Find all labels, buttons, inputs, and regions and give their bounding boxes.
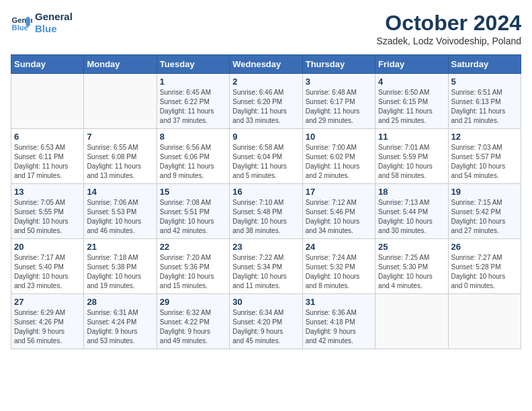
day-detail: Sunrise: 6:31 AM Sunset: 4:24 PM Dayligh…: [87, 308, 153, 346]
weekday-header-sunday: Sunday: [11, 55, 84, 74]
calendar-cell: 18Sunrise: 7:13 AM Sunset: 5:44 PM Dayli…: [375, 184, 448, 239]
calendar-cell: 1Sunrise: 6:45 AM Sunset: 6:22 PM Daylig…: [157, 74, 229, 129]
calendar-cell: [84, 74, 157, 129]
week-row-3: 13Sunrise: 7:05 AM Sunset: 5:55 PM Dayli…: [11, 184, 521, 239]
day-detail: Sunrise: 7:17 AM Sunset: 5:40 PM Dayligh…: [14, 253, 81, 291]
day-detail: Sunrise: 7:03 AM Sunset: 5:57 PM Dayligh…: [451, 143, 518, 181]
calendar-cell: 16Sunrise: 7:10 AM Sunset: 5:48 PM Dayli…: [230, 184, 302, 239]
day-number: 20: [14, 242, 81, 252]
calendar-cell: 4Sunrise: 6:50 AM Sunset: 6:15 PM Daylig…: [375, 74, 448, 129]
calendar-cell: 27Sunrise: 6:29 AM Sunset: 4:26 PM Dayli…: [11, 294, 84, 349]
day-number: 2: [232, 77, 299, 87]
day-detail: Sunrise: 6:45 AM Sunset: 6:22 PM Dayligh…: [160, 88, 226, 126]
logo: General Blue General Blue: [11, 11, 73, 35]
month-title: October 2024: [376, 11, 521, 36]
calendar-cell: 22Sunrise: 7:20 AM Sunset: 5:36 PM Dayli…: [157, 239, 229, 294]
day-number: 11: [378, 132, 445, 142]
calendar-cell: [375, 294, 448, 349]
logo-line1: General: [35, 11, 73, 23]
day-detail: Sunrise: 6:58 AM Sunset: 6:04 PM Dayligh…: [232, 143, 299, 181]
calendar-cell: 20Sunrise: 7:17 AM Sunset: 5:40 PM Dayli…: [11, 239, 84, 294]
day-detail: Sunrise: 7:18 AM Sunset: 5:38 PM Dayligh…: [87, 253, 153, 291]
calendar-cell: 31Sunrise: 6:36 AM Sunset: 4:18 PM Dayli…: [302, 294, 375, 349]
calendar-cell: 5Sunrise: 6:51 AM Sunset: 6:13 PM Daylig…: [448, 74, 521, 129]
day-number: 24: [306, 242, 372, 252]
weekday-header-wednesday: Wednesday: [230, 55, 302, 74]
day-number: 26: [451, 242, 518, 252]
calendar-cell: 6Sunrise: 6:53 AM Sunset: 6:11 PM Daylig…: [11, 129, 84, 184]
logo-line2: Blue: [35, 23, 73, 35]
day-detail: Sunrise: 6:56 AM Sunset: 6:06 PM Dayligh…: [160, 143, 226, 181]
calendar-cell: 21Sunrise: 7:18 AM Sunset: 5:38 PM Dayli…: [84, 239, 157, 294]
location-subtitle: Szadek, Lodz Voivodeship, Poland: [376, 36, 521, 46]
calendar-cell: 12Sunrise: 7:03 AM Sunset: 5:57 PM Dayli…: [448, 129, 521, 184]
day-detail: Sunrise: 7:20 AM Sunset: 5:36 PM Dayligh…: [160, 253, 226, 291]
day-number: 8: [160, 132, 226, 142]
calendar-cell: 8Sunrise: 6:56 AM Sunset: 6:06 PM Daylig…: [157, 129, 229, 184]
day-number: 15: [160, 187, 226, 197]
day-detail: Sunrise: 7:06 AM Sunset: 5:53 PM Dayligh…: [87, 198, 153, 236]
day-detail: Sunrise: 7:24 AM Sunset: 5:32 PM Dayligh…: [306, 253, 372, 291]
day-number: 29: [160, 297, 226, 307]
day-detail: Sunrise: 6:29 AM Sunset: 4:26 PM Dayligh…: [14, 308, 81, 346]
day-number: 28: [87, 297, 153, 307]
week-row-5: 27Sunrise: 6:29 AM Sunset: 4:26 PM Dayli…: [11, 294, 521, 349]
calendar-cell: 19Sunrise: 7:15 AM Sunset: 5:42 PM Dayli…: [448, 184, 521, 239]
day-number: 25: [378, 242, 445, 252]
day-number: 27: [14, 297, 81, 307]
day-detail: Sunrise: 7:08 AM Sunset: 5:51 PM Dayligh…: [160, 198, 226, 236]
day-number: 21: [87, 242, 153, 252]
day-detail: Sunrise: 7:13 AM Sunset: 5:44 PM Dayligh…: [378, 198, 445, 236]
day-number: 30: [232, 297, 299, 307]
calendar-cell: 7Sunrise: 6:55 AM Sunset: 6:08 PM Daylig…: [84, 129, 157, 184]
day-number: 19: [451, 187, 518, 197]
weekday-header-row: SundayMondayTuesdayWednesdayThursdayFrid…: [11, 55, 521, 74]
day-detail: Sunrise: 6:46 AM Sunset: 6:20 PM Dayligh…: [232, 88, 299, 126]
calendar-cell: 9Sunrise: 6:58 AM Sunset: 6:04 PM Daylig…: [230, 129, 302, 184]
day-detail: Sunrise: 7:27 AM Sunset: 5:28 PM Dayligh…: [451, 253, 518, 291]
calendar-cell: 15Sunrise: 7:08 AM Sunset: 5:51 PM Dayli…: [157, 184, 229, 239]
calendar-cell: 10Sunrise: 7:00 AM Sunset: 6:02 PM Dayli…: [302, 129, 375, 184]
weekday-header-saturday: Saturday: [448, 55, 521, 74]
calendar-cell: 14Sunrise: 7:06 AM Sunset: 5:53 PM Dayli…: [84, 184, 157, 239]
week-row-1: 1Sunrise: 6:45 AM Sunset: 6:22 PM Daylig…: [11, 74, 521, 129]
calendar-cell: 25Sunrise: 7:25 AM Sunset: 5:30 PM Dayli…: [375, 239, 448, 294]
day-detail: Sunrise: 6:32 AM Sunset: 4:22 PM Dayligh…: [160, 308, 226, 346]
calendar-cell: 30Sunrise: 6:34 AM Sunset: 4:20 PM Dayli…: [230, 294, 302, 349]
weekday-header-tuesday: Tuesday: [157, 55, 229, 74]
week-row-2: 6Sunrise: 6:53 AM Sunset: 6:11 PM Daylig…: [11, 129, 521, 184]
calendar-cell: 28Sunrise: 6:31 AM Sunset: 4:24 PM Dayli…: [84, 294, 157, 349]
day-number: 18: [378, 187, 445, 197]
day-number: 16: [232, 187, 299, 197]
calendar-table: SundayMondayTuesdayWednesdayThursdayFrid…: [11, 54, 521, 349]
day-number: 5: [451, 77, 518, 87]
calendar-cell: 29Sunrise: 6:32 AM Sunset: 4:22 PM Dayli…: [157, 294, 229, 349]
day-number: 3: [306, 77, 372, 87]
day-number: 31: [306, 297, 372, 307]
day-detail: Sunrise: 6:48 AM Sunset: 6:17 PM Dayligh…: [306, 88, 372, 126]
calendar-cell: 24Sunrise: 7:24 AM Sunset: 5:32 PM Dayli…: [302, 239, 375, 294]
day-detail: Sunrise: 7:00 AM Sunset: 6:02 PM Dayligh…: [306, 143, 372, 181]
day-number: 7: [87, 132, 153, 142]
day-detail: Sunrise: 6:34 AM Sunset: 4:20 PM Dayligh…: [232, 308, 299, 346]
page-header: General Blue General Blue October 2024 S…: [11, 11, 521, 46]
day-detail: Sunrise: 6:51 AM Sunset: 6:13 PM Dayligh…: [451, 88, 518, 126]
day-number: 14: [87, 187, 153, 197]
calendar-cell: 2Sunrise: 6:46 AM Sunset: 6:20 PM Daylig…: [230, 74, 302, 129]
day-number: 1: [160, 77, 226, 87]
day-number: 4: [378, 77, 445, 87]
day-detail: Sunrise: 7:01 AM Sunset: 5:59 PM Dayligh…: [378, 143, 445, 181]
day-detail: Sunrise: 6:55 AM Sunset: 6:08 PM Dayligh…: [87, 143, 153, 181]
weekday-header-friday: Friday: [375, 55, 448, 74]
calendar-cell: 11Sunrise: 7:01 AM Sunset: 5:59 PM Dayli…: [375, 129, 448, 184]
calendar-cell: 17Sunrise: 7:12 AM Sunset: 5:46 PM Dayli…: [302, 184, 375, 239]
day-detail: Sunrise: 6:36 AM Sunset: 4:18 PM Dayligh…: [306, 308, 372, 346]
calendar-cell: [11, 74, 84, 129]
calendar-cell: 13Sunrise: 7:05 AM Sunset: 5:55 PM Dayli…: [11, 184, 84, 239]
weekday-header-monday: Monday: [84, 55, 157, 74]
calendar-cell: 3Sunrise: 6:48 AM Sunset: 6:17 PM Daylig…: [302, 74, 375, 129]
day-detail: Sunrise: 6:53 AM Sunset: 6:11 PM Dayligh…: [14, 143, 81, 181]
day-number: 10: [306, 132, 372, 142]
day-number: 9: [232, 132, 299, 142]
day-detail: Sunrise: 7:15 AM Sunset: 5:42 PM Dayligh…: [451, 198, 518, 236]
